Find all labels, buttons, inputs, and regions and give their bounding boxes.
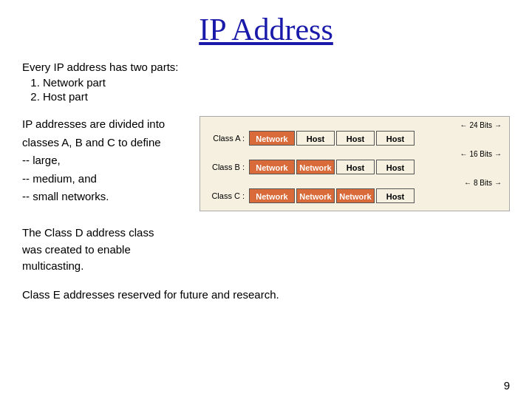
page-number: 9 (504, 379, 510, 392)
diagram-row-a: Class A : Network Host Host Host (206, 131, 503, 146)
cell-c-host1: Host (376, 188, 415, 203)
left-description: IP addresses are divided intoclasses A, … (22, 116, 185, 207)
class-c-label: Class C : (206, 191, 249, 200)
cell-b-network2: Network (296, 160, 335, 174)
diagram-row-c: Class C : Network Network Network Host (206, 188, 503, 203)
cell-a-host2: Host (336, 131, 375, 146)
intro-text: Every IP address has two parts: (22, 61, 510, 73)
class-c-cells: Network Network Network Host (249, 188, 415, 203)
class-a-label: Class A : (206, 134, 249, 143)
description-line: -- medium, and (22, 171, 185, 188)
class-b-cells: Network Network Host Host (249, 160, 415, 174)
cell-c-network2: Network (296, 188, 335, 203)
page-title: IP Address (22, 12, 510, 47)
diagram-row-b: Class B : Network Network Host Host (206, 160, 503, 174)
cell-b-host2: Host (376, 160, 415, 174)
page: IP Address Every IP address has two part… (0, 0, 532, 399)
description-line: -- large, (22, 152, 185, 169)
description-line: -- small networks. (22, 188, 185, 205)
description-line: IP addresses are divided into (22, 116, 185, 133)
cell-b-network1: Network (249, 160, 295, 174)
classE-text: Class E addresses reserved for future an… (22, 288, 510, 301)
description-line: classes A, B and C to define (22, 134, 185, 151)
class-a-cells: Network Host Host Host (249, 131, 415, 146)
class-b-label: Class B : (206, 163, 249, 171)
list-item-1: Network part (43, 76, 510, 89)
cell-a-host3: Host (376, 131, 415, 146)
numbered-list: Network part Host part (43, 76, 510, 103)
bits-label-a: ← 24 Bits → (206, 121, 503, 129)
cell-c-network1: Network (249, 188, 295, 203)
cell-a-host1: Host (296, 131, 335, 146)
cell-c-network3: Network (336, 188, 375, 203)
diagram: ← 24 Bits → Class A : Network Host Host … (200, 116, 510, 211)
middle-section: IP addresses are divided intoclasses A, … (22, 116, 510, 211)
list-item-2: Host part (43, 90, 510, 103)
classD-text: The Class D address classwas created to … (22, 225, 510, 275)
bits-label-b: ← 16 Bits → (206, 150, 503, 158)
cell-b-host1: Host (336, 160, 375, 174)
bits-label-c: ← 8 Bits → (206, 179, 503, 187)
cell-a-network: Network (249, 131, 295, 146)
